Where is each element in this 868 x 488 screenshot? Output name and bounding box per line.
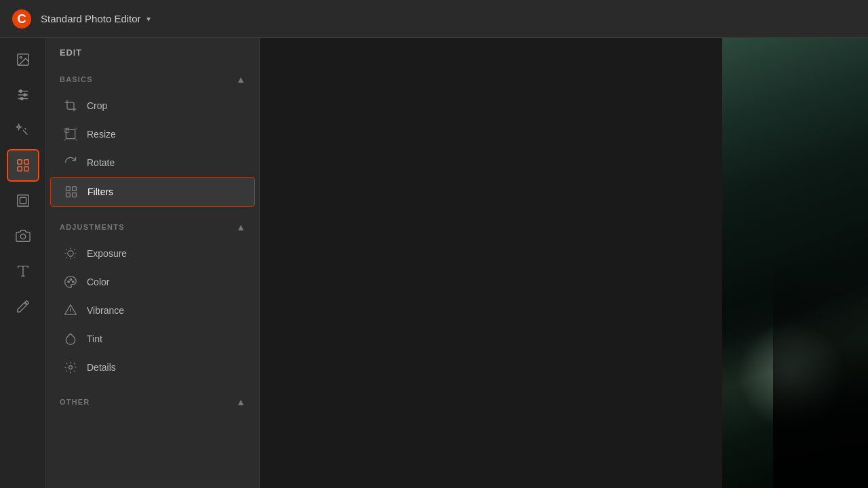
svg-point-34 bbox=[73, 281, 75, 283]
other-collapse-btn[interactable]: ▲ bbox=[236, 396, 245, 407]
svg-rect-19 bbox=[66, 187, 71, 191]
sidebar-item-camera[interactable] bbox=[7, 220, 39, 252]
sidebar-item-magic[interactable] bbox=[7, 114, 39, 146]
icon-sidebar bbox=[0, 38, 46, 488]
svg-point-33 bbox=[70, 279, 72, 281]
sidebar-item-adjustments[interactable] bbox=[7, 79, 39, 111]
tint-tool[interactable]: Tint bbox=[50, 325, 255, 353]
vibrance-icon bbox=[64, 304, 77, 317]
svg-rect-20 bbox=[73, 187, 77, 191]
other-title: OTHER bbox=[60, 398, 90, 406]
svg-rect-10 bbox=[17, 160, 21, 164]
resize-tool[interactable]: Resize bbox=[50, 120, 255, 148]
resize-label: Resize bbox=[87, 129, 116, 140]
adjustments-section-header: ADJUSTMENTS ▲ bbox=[46, 212, 259, 239]
sidebar-item-brush[interactable] bbox=[7, 290, 39, 323]
app-logo: C bbox=[11, 8, 33, 30]
basics-section-header: BASICS ▲ bbox=[46, 64, 259, 92]
svg-rect-14 bbox=[17, 195, 28, 207]
svg-line-26 bbox=[66, 249, 67, 250]
svg-rect-12 bbox=[17, 167, 21, 171]
dropdown-chevron: ▾ bbox=[146, 14, 151, 24]
tint-label: Tint bbox=[87, 333, 102, 344]
vibrance-label: Vibrance bbox=[87, 305, 124, 316]
basics-title: BASICS bbox=[60, 75, 93, 83]
svg-point-32 bbox=[68, 281, 70, 283]
adjustments-collapse-btn[interactable]: ▲ bbox=[236, 222, 245, 232]
svg-point-9 bbox=[20, 98, 23, 100]
basics-collapse-btn[interactable]: ▲ bbox=[236, 74, 245, 85]
crop-label: Crop bbox=[87, 100, 107, 111]
svg-point-8 bbox=[23, 94, 26, 96]
filters-tool[interactable]: Filters bbox=[50, 177, 255, 207]
resize-icon bbox=[64, 127, 77, 141]
main-area: EDIT BASICS ▲ Crop Resize bbox=[0, 38, 868, 488]
color-tool[interactable]: Color bbox=[50, 268, 255, 296]
canvas-image bbox=[722, 38, 868, 488]
rotate-tool[interactable]: Rotate bbox=[50, 148, 255, 177]
vibrance-tool[interactable]: Vibrance bbox=[50, 296, 255, 325]
exposure-icon bbox=[64, 247, 77, 260]
svg-point-23 bbox=[68, 251, 73, 256]
canvas-area bbox=[260, 38, 868, 488]
exposure-label: Exposure bbox=[87, 248, 127, 259]
rotate-icon bbox=[64, 156, 77, 169]
svg-rect-21 bbox=[66, 193, 71, 197]
topbar: C Standard Photo Editor ▾ bbox=[0, 0, 868, 38]
tint-icon bbox=[64, 332, 77, 346]
sidebar-item-filters[interactable] bbox=[7, 149, 39, 182]
svg-rect-13 bbox=[24, 167, 28, 171]
sidebar-item-text[interactable] bbox=[7, 255, 39, 287]
filters-tool-icon bbox=[64, 185, 78, 199]
details-tool[interactable]: Details bbox=[50, 353, 255, 382]
crop-tool[interactable]: Crop bbox=[50, 92, 255, 120]
edit-panel: EDIT BASICS ▲ Crop Resize bbox=[46, 38, 260, 488]
filters-tool-label: Filters bbox=[87, 186, 113, 197]
sidebar-item-frames[interactable] bbox=[7, 184, 39, 217]
other-section-header: OTHER ▲ bbox=[46, 387, 259, 414]
svg-point-16 bbox=[20, 234, 25, 239]
details-label: Details bbox=[87, 362, 116, 373]
edit-section-label: EDIT bbox=[46, 38, 259, 64]
svg-line-31 bbox=[74, 249, 75, 250]
details-icon bbox=[64, 361, 77, 374]
svg-rect-22 bbox=[73, 193, 77, 197]
adjustments-title: ADJUSTMENTS bbox=[60, 223, 125, 231]
svg-rect-15 bbox=[20, 197, 26, 203]
color-icon bbox=[64, 275, 77, 289]
svg-rect-17 bbox=[66, 129, 75, 138]
crop-icon bbox=[64, 99, 77, 113]
app-title-dropdown[interactable]: Standard Photo Editor ▾ bbox=[41, 13, 151, 24]
rotate-label: Rotate bbox=[87, 157, 115, 168]
svg-rect-11 bbox=[24, 160, 28, 164]
sidebar-item-image[interactable] bbox=[7, 43, 39, 76]
app-title-label: Standard Photo Editor bbox=[41, 13, 141, 24]
image-figure bbox=[773, 255, 868, 488]
exposure-tool[interactable]: Exposure bbox=[50, 239, 255, 268]
color-label: Color bbox=[87, 277, 109, 287]
svg-text:C: C bbox=[18, 12, 26, 26]
svg-line-27 bbox=[74, 257, 75, 258]
svg-point-3 bbox=[20, 56, 22, 58]
svg-line-30 bbox=[66, 257, 67, 258]
svg-point-7 bbox=[19, 90, 22, 93]
svg-point-37 bbox=[69, 366, 73, 369]
